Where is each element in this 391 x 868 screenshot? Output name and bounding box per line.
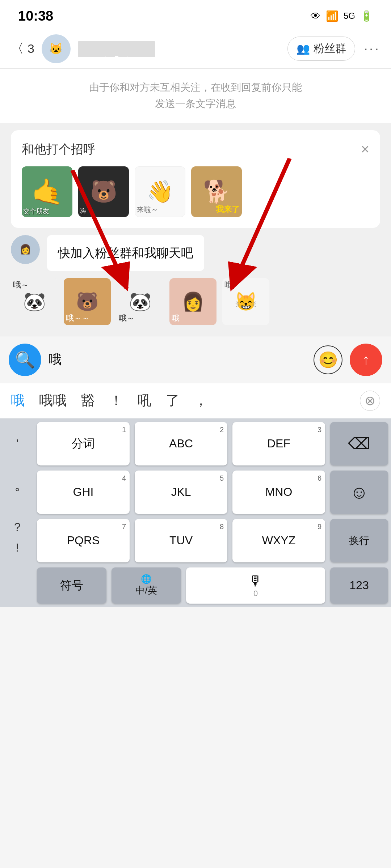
status-icons: 👁 📶 5G 🔋 bbox=[311, 10, 373, 22]
key-row-3: ? ! 7 PQRS 8 TUV 9 WXYZ 换行 bbox=[3, 519, 388, 562]
key-space[interactable]: 🎙 0 bbox=[186, 567, 325, 604]
autocomplete-item[interactable]: 豁 bbox=[81, 391, 95, 410]
key-row-2: ° 4 GHI 5 JKL 6 MNO ☺ bbox=[3, 471, 388, 514]
key-label: GHI bbox=[73, 485, 94, 499]
special-key-question[interactable]: ? bbox=[3, 520, 32, 534]
key-label: MNO bbox=[265, 485, 293, 499]
contact-name: ████ ████ bbox=[78, 41, 280, 56]
key-newline[interactable]: 换行 bbox=[330, 519, 388, 562]
spacer bbox=[3, 567, 32, 604]
special-key-period[interactable]: ° bbox=[3, 485, 32, 499]
key-symbol[interactable]: 符号 bbox=[37, 567, 106, 604]
sticker-search-item[interactable]: 😸 哦 bbox=[222, 278, 269, 325]
key-ghi[interactable]: 4 GHI bbox=[37, 471, 130, 514]
special-keys-col: ' bbox=[3, 422, 32, 465]
globe-icon: 🌐 bbox=[141, 574, 152, 584]
key-tuv[interactable]: 8 TUV bbox=[135, 519, 227, 562]
key-123[interactable]: 123 bbox=[330, 567, 388, 604]
key-number: 2 bbox=[220, 426, 224, 434]
newline-key-label: 换行 bbox=[349, 534, 369, 548]
emoji-icon: 😊 bbox=[318, 350, 338, 369]
autocomplete-item[interactable]: 哦哦 bbox=[39, 391, 67, 410]
sticker-search-item[interactable]: 🐼 哦～ bbox=[11, 278, 58, 325]
status-time: 10:38 bbox=[18, 8, 53, 24]
chat-area: 和他打个招呼 × 🤙 交个朋友 🐻 嗨 👋 来啦～ 🐕 我来了 bbox=[0, 123, 391, 336]
key-label: PQRS bbox=[67, 534, 100, 547]
symbol-key-label: 符号 bbox=[60, 578, 83, 593]
key-mno[interactable]: 6 MNO bbox=[232, 471, 325, 514]
back-button[interactable]: 〈 3 bbox=[11, 40, 34, 58]
battery-icon: 🔋 bbox=[360, 10, 373, 22]
key-number: 3 bbox=[318, 426, 321, 434]
delete-icon: ⊗ bbox=[365, 393, 375, 408]
sticker-search-item[interactable]: 👩 哦 bbox=[169, 278, 216, 325]
signal-icon: 5G bbox=[344, 11, 355, 21]
header-actions: 👥 粉丝群 ··· bbox=[287, 37, 380, 61]
key-lang[interactable]: 🌐 中/英 bbox=[112, 567, 181, 604]
autocomplete-item[interactable]: 了 bbox=[166, 391, 180, 410]
search-icon: 🔍 bbox=[15, 350, 35, 369]
key-delete[interactable]: ⌫ bbox=[330, 422, 388, 465]
sticker-item[interactable]: 👋 来啦～ bbox=[135, 166, 185, 217]
autocomplete-item[interactable]: 吼 bbox=[138, 391, 151, 410]
key-number: 8 bbox=[220, 523, 224, 531]
autocomplete-item[interactable]: ， bbox=[194, 391, 208, 410]
message-input[interactable] bbox=[49, 352, 306, 367]
back-arrow-icon: 〈 bbox=[11, 40, 24, 58]
key-fenci[interactable]: 1 分词 bbox=[37, 422, 130, 465]
more-button[interactable]: ··· bbox=[364, 41, 380, 57]
fans-group-button[interactable]: 👥 粉丝群 bbox=[287, 37, 355, 61]
key-number: 5 bbox=[220, 474, 224, 482]
emoji-key-icon: ☺ bbox=[350, 482, 368, 503]
autocomplete-delete-button[interactable]: ⊗ bbox=[360, 391, 380, 411]
special-key-period-col: ° bbox=[3, 471, 32, 514]
send-button[interactable]: ↑ bbox=[350, 344, 382, 376]
key-label: DEF bbox=[267, 437, 290, 450]
fans-group-label: 粉丝群 bbox=[314, 41, 346, 56]
key-wxyz[interactable]: 9 WXYZ bbox=[232, 519, 325, 562]
chat-header: 〈 3 🐱 ████ ████ 👥 粉丝群 ··· bbox=[0, 29, 391, 69]
greeting-header: 和他打个招呼 × bbox=[22, 141, 369, 158]
numbers-key-label: 123 bbox=[349, 579, 369, 592]
key-number: 7 bbox=[122, 523, 126, 531]
eye-icon: 👁 bbox=[311, 10, 321, 22]
avatar: 🐱 bbox=[42, 34, 71, 63]
key-def[interactable]: 3 DEF bbox=[232, 422, 325, 465]
input-bar: 🔍 😊 ↑ bbox=[0, 336, 391, 383]
sticker-item[interactable]: 🐕 我来了 bbox=[191, 166, 242, 217]
key-label: TUV bbox=[169, 534, 193, 547]
back-count: 3 bbox=[28, 42, 34, 56]
autocomplete-row: 哦 哦哦 豁 ！ 吼 了 ， ⊗ bbox=[0, 383, 391, 418]
autocomplete-primary[interactable]: 哦 bbox=[11, 391, 25, 410]
sticker-item[interactable]: 🤙 交个朋友 bbox=[22, 166, 72, 217]
emoji-button[interactable]: 😊 bbox=[314, 345, 342, 374]
lang-key-label: 中/英 bbox=[135, 584, 157, 597]
key-number: 9 bbox=[318, 523, 321, 531]
key-label: 分词 bbox=[72, 436, 95, 452]
person-icon: 👥 bbox=[297, 42, 310, 55]
sticker-search-button[interactable]: 🔍 bbox=[9, 344, 41, 376]
key-row-bottom: 符号 🌐 中/英 🎙 0 123 bbox=[3, 567, 388, 604]
key-pqrs[interactable]: 7 PQRS bbox=[37, 519, 130, 562]
keyboard-rows: ' 1 分词 2 ABC 3 DEF ⌫ ° 4 bbox=[0, 418, 391, 607]
key-jkl[interactable]: 5 JKL bbox=[135, 471, 227, 514]
key-emoji[interactable]: ☺ bbox=[330, 471, 388, 514]
greeting-close-button[interactable]: × bbox=[361, 141, 369, 157]
sticker-item[interactable]: 🐻 嗨 bbox=[78, 166, 129, 217]
status-bar: 10:38 👁 📶 5G 🔋 bbox=[0, 0, 391, 29]
sticker-search-item[interactable]: 🐼 哦～ bbox=[117, 278, 164, 325]
key-abc[interactable]: 2 ABC bbox=[135, 422, 227, 465]
key-label: JKL bbox=[171, 485, 191, 499]
key-label: WXYZ bbox=[262, 534, 295, 547]
key-number: 6 bbox=[318, 474, 321, 482]
autocomplete-item[interactable]: ！ bbox=[109, 391, 123, 410]
special-keys-right-col: ? ! bbox=[3, 519, 32, 562]
sticker-label: 来啦～ bbox=[136, 205, 158, 214]
sticker-search-item[interactable]: 🐻 哦～～ bbox=[64, 278, 111, 325]
greeting-popup: 和他打个招呼 × 🤙 交个朋友 🐻 嗨 👋 来啦～ 🐕 我来了 bbox=[11, 130, 380, 228]
special-key-comma[interactable]: ' bbox=[3, 437, 32, 450]
send-icon: ↑ bbox=[362, 352, 370, 368]
greeting-stickers: 🤙 交个朋友 🐻 嗨 👋 来啦～ 🐕 我来了 bbox=[22, 166, 369, 217]
special-key-exclaim[interactable]: ! bbox=[3, 541, 32, 554]
chat-message: 👩 快加入粉丝群和我聊天吧 bbox=[11, 235, 380, 271]
